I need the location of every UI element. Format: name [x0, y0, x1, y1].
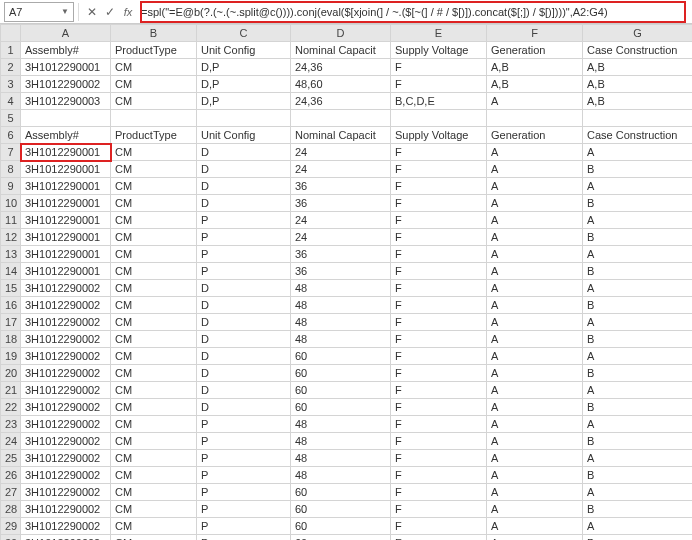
cell[interactable]: D: [197, 399, 291, 416]
cell[interactable]: ProductType: [111, 42, 197, 59]
cell[interactable]: D: [197, 365, 291, 382]
cell[interactable]: A,B: [583, 59, 693, 76]
cell[interactable]: A: [583, 382, 693, 399]
cell[interactable]: 3H1012290002: [21, 348, 111, 365]
cell[interactable]: 48: [291, 416, 391, 433]
cell[interactable]: F: [391, 416, 487, 433]
cell[interactable]: F: [391, 212, 487, 229]
cell[interactable]: B: [583, 399, 693, 416]
chevron-down-icon[interactable]: ▼: [61, 7, 69, 16]
cell[interactable]: A,B: [583, 93, 693, 110]
cell[interactable]: CM: [111, 59, 197, 76]
cell[interactable]: 36: [291, 178, 391, 195]
cell[interactable]: B: [583, 229, 693, 246]
cell[interactable]: 60: [291, 501, 391, 518]
cell[interactable]: 60: [291, 399, 391, 416]
cell[interactable]: 60: [291, 535, 391, 541]
spreadsheet-grid[interactable]: A B C D E F G 1Assembly#ProductTypeUnit …: [0, 24, 692, 540]
cell[interactable]: D: [197, 178, 291, 195]
cell[interactable]: 3H1012290001: [21, 229, 111, 246]
cell[interactable]: B: [583, 467, 693, 484]
cell[interactable]: [21, 110, 111, 127]
cell[interactable]: 3H1012290001: [21, 144, 111, 161]
cell[interactable]: CM: [111, 178, 197, 195]
cell[interactable]: B: [583, 433, 693, 450]
cell[interactable]: P: [197, 229, 291, 246]
cell[interactable]: Unit Config: [197, 127, 291, 144]
row-header[interactable]: 29: [1, 518, 21, 535]
cell[interactable]: Assembly#: [21, 42, 111, 59]
cell[interactable]: Unit Config: [197, 42, 291, 59]
cell[interactable]: [487, 110, 583, 127]
formula-input[interactable]: =spl("=E@b(?.(~.(~.split@c()))).conj(eva…: [137, 2, 692, 22]
cell[interactable]: 24: [291, 144, 391, 161]
cell[interactable]: 3H1012290002: [21, 297, 111, 314]
cell[interactable]: D: [197, 348, 291, 365]
cell[interactable]: 3H1012290001: [21, 246, 111, 263]
cell[interactable]: D: [197, 382, 291, 399]
cell[interactable]: A: [487, 535, 583, 541]
cell[interactable]: F: [391, 399, 487, 416]
cell[interactable]: 36: [291, 263, 391, 280]
cell[interactable]: F: [391, 501, 487, 518]
row-header[interactable]: 9: [1, 178, 21, 195]
cell[interactable]: A: [487, 161, 583, 178]
cell[interactable]: CM: [111, 484, 197, 501]
cell[interactable]: B: [583, 501, 693, 518]
row-header[interactable]: 20: [1, 365, 21, 382]
cell[interactable]: Generation: [487, 42, 583, 59]
cell[interactable]: 36: [291, 195, 391, 212]
row-header[interactable]: 7: [1, 144, 21, 161]
cancel-icon[interactable]: ✕: [83, 5, 101, 19]
col-header[interactable]: C: [197, 25, 291, 42]
col-header[interactable]: F: [487, 25, 583, 42]
cell[interactable]: A: [487, 144, 583, 161]
cell[interactable]: A,B: [487, 76, 583, 93]
cell[interactable]: 3H1012290002: [21, 331, 111, 348]
col-header[interactable]: E: [391, 25, 487, 42]
cell[interactable]: CM: [111, 246, 197, 263]
cell[interactable]: CM: [111, 297, 197, 314]
row-header[interactable]: 3: [1, 76, 21, 93]
cell[interactable]: 3H1012290001: [21, 263, 111, 280]
row-header[interactable]: 2: [1, 59, 21, 76]
col-header[interactable]: G: [583, 25, 693, 42]
cell[interactable]: 48: [291, 450, 391, 467]
cell[interactable]: P: [197, 416, 291, 433]
cell[interactable]: Generation: [487, 127, 583, 144]
cell[interactable]: D: [197, 195, 291, 212]
cell[interactable]: B: [583, 161, 693, 178]
cell[interactable]: A: [583, 348, 693, 365]
cell[interactable]: F: [391, 348, 487, 365]
row-header[interactable]: 30: [1, 535, 21, 541]
cell[interactable]: 3H1012290001: [21, 178, 111, 195]
cell[interactable]: P: [197, 535, 291, 541]
cell[interactable]: B: [583, 195, 693, 212]
cell[interactable]: A: [487, 450, 583, 467]
row-header[interactable]: 16: [1, 297, 21, 314]
cell[interactable]: F: [391, 195, 487, 212]
cell[interactable]: F: [391, 450, 487, 467]
row-header[interactable]: 6: [1, 127, 21, 144]
cell[interactable]: B: [583, 331, 693, 348]
cell[interactable]: A: [487, 484, 583, 501]
cell[interactable]: Nominal Capacit: [291, 42, 391, 59]
cell[interactable]: A: [487, 416, 583, 433]
cell[interactable]: A: [487, 229, 583, 246]
row-header[interactable]: 13: [1, 246, 21, 263]
row-header[interactable]: 8: [1, 161, 21, 178]
cell[interactable]: CM: [111, 518, 197, 535]
cell[interactable]: F: [391, 365, 487, 382]
cell[interactable]: 48: [291, 314, 391, 331]
row-header[interactable]: 24: [1, 433, 21, 450]
name-box[interactable]: A7 ▼: [4, 2, 74, 22]
row-header[interactable]: 5: [1, 110, 21, 127]
cell[interactable]: 3H1012290002: [21, 280, 111, 297]
row-header[interactable]: 21: [1, 382, 21, 399]
cell[interactable]: A: [487, 331, 583, 348]
cell[interactable]: A: [487, 263, 583, 280]
row-header[interactable]: 10: [1, 195, 21, 212]
cell[interactable]: A: [487, 467, 583, 484]
cell[interactable]: CM: [111, 144, 197, 161]
cell[interactable]: A: [487, 195, 583, 212]
